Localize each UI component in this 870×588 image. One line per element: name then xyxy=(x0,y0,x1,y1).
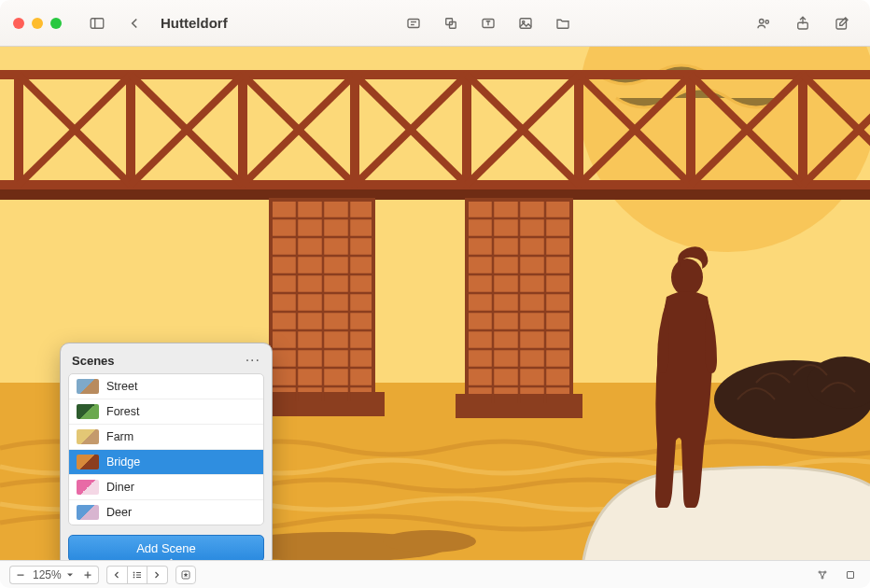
chevron-down-icon xyxy=(64,569,76,581)
scene-thumbnail xyxy=(77,429,99,444)
highlights-button[interactable] xyxy=(175,566,196,584)
toggle-sidebar-button[interactable] xyxy=(82,11,112,35)
compose-button[interactable] xyxy=(827,11,857,35)
folder-button[interactable] xyxy=(548,11,578,35)
scene-item-forest[interactable]: Forest xyxy=(69,399,263,425)
traffic-lights xyxy=(13,18,62,29)
svg-rect-8 xyxy=(520,18,531,28)
scene-thumbnail xyxy=(77,379,99,394)
media-button[interactable] xyxy=(511,11,540,35)
svg-point-93 xyxy=(821,577,823,579)
inspector-button[interactable] xyxy=(840,566,861,584)
scene-list: StreetForestFarmBridgeDinerDeer xyxy=(68,373,264,525)
svg-point-86 xyxy=(133,577,134,578)
scene-thumbnail xyxy=(77,505,99,520)
scene-item-diner[interactable]: Diner xyxy=(69,475,263,500)
minimize-window-button[interactable] xyxy=(32,18,43,29)
svg-point-91 xyxy=(819,571,821,573)
back-button[interactable] xyxy=(119,11,149,35)
svg-point-92 xyxy=(824,571,826,573)
bottom-toolbar: 125% xyxy=(0,560,870,588)
popover-title: Scenes xyxy=(72,354,115,368)
outline-button[interactable] xyxy=(812,566,833,584)
text-box-button[interactable] xyxy=(473,11,503,35)
scenes-list-button[interactable] xyxy=(127,566,147,584)
share-button[interactable] xyxy=(788,11,818,35)
scene-item-deer[interactable]: Deer xyxy=(69,500,263,525)
scene-thumbnail xyxy=(77,404,99,419)
svg-point-80 xyxy=(383,530,476,553)
scene-item-label: Forest xyxy=(106,405,139,418)
svg-point-78 xyxy=(671,259,703,296)
prev-scene-button[interactable] xyxy=(106,566,127,584)
scene-thumbnail xyxy=(77,480,99,495)
scene-item-label: Diner xyxy=(106,481,134,494)
svg-point-85 xyxy=(133,574,134,575)
scene-item-label: Farm xyxy=(106,430,133,443)
document-canvas[interactable]: Scenes ··· StreetForestFarmBridgeDinerDe… xyxy=(0,47,870,560)
scene-item-label: Street xyxy=(106,380,137,393)
scenes-popover: Scenes ··· StreetForestFarmBridgeDinerDe… xyxy=(60,343,273,560)
scene-item-bridge[interactable]: Bridge xyxy=(69,450,263,475)
scene-item-street[interactable]: Street xyxy=(69,374,263,399)
popover-menu-button[interactable]: ··· xyxy=(246,353,260,368)
zoom-level-dropdown[interactable]: 125% xyxy=(30,566,78,584)
svg-point-84 xyxy=(133,572,134,573)
collaborate-button[interactable] xyxy=(749,11,779,35)
scene-thumbnail xyxy=(77,455,99,469)
scene-item-label: Bridge xyxy=(106,455,140,469)
svg-point-10 xyxy=(760,19,765,23)
next-scene-button[interactable] xyxy=(147,566,168,584)
maximize-window-button[interactable] xyxy=(50,18,62,29)
add-scene-button[interactable]: Add Scene xyxy=(68,535,264,560)
svg-rect-13 xyxy=(836,19,847,29)
scene-item-farm[interactable]: Farm xyxy=(69,425,263,450)
titlebar: Hutteldorf xyxy=(0,0,870,47)
zoom-out-button[interactable] xyxy=(9,566,30,584)
close-window-button[interactable] xyxy=(13,18,24,29)
svg-rect-2 xyxy=(408,19,419,27)
svg-rect-0 xyxy=(91,18,104,28)
shape-button[interactable] xyxy=(436,11,466,35)
zoom-level-value: 125% xyxy=(33,568,62,581)
document-title: Hutteldorf xyxy=(161,15,228,31)
zoom-in-button[interactable] xyxy=(78,566,99,584)
svg-point-11 xyxy=(765,20,768,22)
paragraph-style-button[interactable] xyxy=(399,11,428,35)
svg-rect-94 xyxy=(848,571,854,578)
scene-item-label: Deer xyxy=(106,506,132,519)
